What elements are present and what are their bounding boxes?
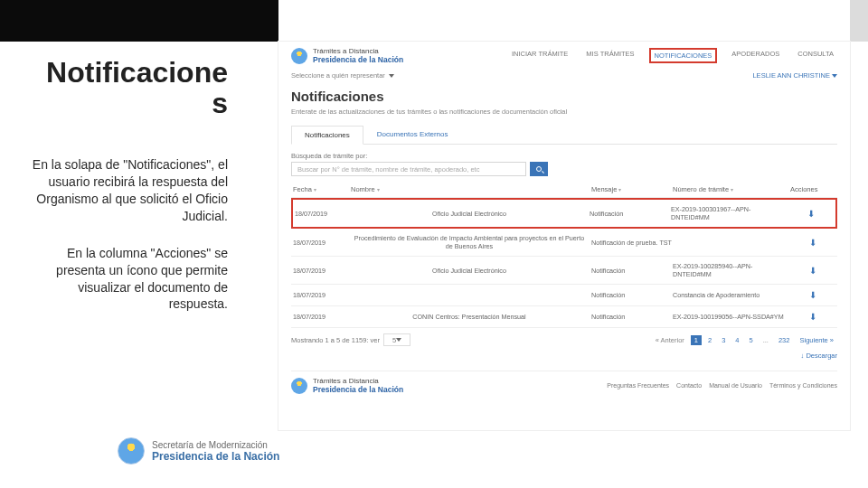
nav-mis-tramites[interactable]: MIS TRÁMITES [582, 48, 637, 63]
table-row: 18/07/2019 Procedimiento de Evaluación d… [291, 229, 837, 257]
col-mensaje[interactable]: Mensaje [591, 185, 617, 193]
slide-title: Notificacione s [31, 58, 228, 118]
pager-page[interactable]: 4 [731, 335, 742, 345]
slide-right-band [850, 0, 868, 42]
chevron-down-icon[interactable] [389, 74, 394, 78]
pager-page[interactable]: 2 [704, 335, 715, 345]
cell-mensaje: Notificación de prueba. TST [591, 239, 673, 247]
pagination: « Anterior 1 2 3 4 5 ... 232 Siguiente » [652, 335, 837, 345]
pager-next[interactable]: Siguiente » [796, 335, 837, 345]
table-row: 18/07/2019 Notificación Constancia de Ap… [291, 285, 837, 306]
table-row: 18/07/2019 Oficio Judicial Electrónico N… [291, 198, 837, 229]
footer-brand: Trámites a Distancia Presidencia de la N… [291, 377, 403, 394]
page-title: Notificaciones [291, 89, 837, 104]
tab-notificaciones[interactable]: Notificaciones [291, 126, 363, 145]
cell-nombre: Procedimiento de Evaluación de Impacto A… [347, 234, 591, 250]
col-nombre[interactable]: Nombre [351, 185, 375, 193]
chevron-down-icon [832, 74, 837, 78]
tab-documentos-externos[interactable]: Documentos Externos [363, 125, 462, 144]
representative-row: Seleccione a quién representar LESLIE AN… [291, 71, 837, 80]
footer-link-manual[interactable]: Manual de Usuario [709, 382, 762, 389]
nav-apoderados[interactable]: APODERADOS [728, 48, 783, 63]
search-label: Búsqueda de trámite por: [291, 152, 837, 160]
page-subtitle: Enterate de las actualizaciones de tus t… [291, 108, 837, 116]
secretaria-logo: Secretaría de Modernización Presidencia … [118, 437, 279, 465]
col-fecha[interactable]: Fecha [293, 185, 312, 193]
footer-brand-line2: Presidencia de la Nación [313, 385, 403, 394]
brand: Trámites a Distancia Presidencia de la N… [291, 47, 403, 64]
footer-brand-line1: Trámites a Distancia [313, 377, 403, 385]
user-menu[interactable]: LESLIE ANN CHRISTINE [752, 71, 837, 80]
footer-links: Preguntas Frecuentes Contacto Manual de … [607, 382, 837, 389]
col-numero[interactable]: Número de trámite [673, 185, 729, 193]
pager-prev[interactable]: « Anterior [652, 335, 688, 345]
cell-fecha: 18/07/2019 [293, 267, 347, 275]
nav-notificaciones[interactable]: NOTIFICACIONES [649, 48, 718, 63]
sort-icon: ▾ [314, 186, 316, 192]
footer-link-terminos[interactable]: Términos y Condiciones [769, 382, 837, 389]
brand-line2: Presidencia de la Nación [313, 55, 403, 64]
cell-fecha: 18/07/2019 [293, 239, 347, 247]
cell-mensaje: Notificación [590, 210, 671, 218]
cell-fecha: 18/07/2019 [295, 210, 349, 218]
search-input[interactable]: Buscar por N° de trámite, nombre de trám… [291, 162, 526, 176]
pager-page[interactable]: 1 [691, 335, 702, 345]
slide-title-1: Notificacione [46, 56, 228, 89]
national-crest-icon [291, 48, 307, 64]
download-all-link[interactable]: ↓ Descargar [291, 352, 837, 360]
download-icon[interactable]: ⬇ [788, 209, 834, 219]
cell-numero: EX-2019-100199056--APN-SSDA#YM [673, 313, 790, 321]
slide-paragraph-2: En la columna "Acciones" se presenta un … [31, 245, 228, 314]
screenshot-panel: Trámites a Distancia Presidencia de la N… [278, 42, 850, 430]
cell-nombre: Oficio Judicial Electrónico [347, 267, 591, 275]
footer-link-contacto[interactable]: Contacto [676, 382, 702, 389]
search-button[interactable] [530, 162, 548, 176]
search-placeholder: Buscar por N° de trámite, nombre de trám… [297, 165, 479, 174]
sort-icon: ▾ [377, 186, 380, 192]
table-row: 18/07/2019 Oficio Judicial Electrónico N… [291, 257, 837, 285]
nav-consulta[interactable]: CONSULTA [794, 48, 837, 63]
cell-fecha: 18/07/2019 [293, 291, 347, 299]
slide-dark-band [0, 0, 278, 42]
top-nav: INICIAR TRÁMITE MIS TRÁMITES NOTIFICACIO… [508, 48, 837, 63]
download-icon[interactable]: ⬇ [790, 238, 835, 248]
download-icon[interactable]: ⬇ [790, 312, 835, 322]
screenshot-footer: Trámites a Distancia Presidencia de la N… [291, 371, 837, 394]
chevron-down-icon [396, 338, 401, 342]
nav-iniciar-tramite[interactable]: INICIAR TRÁMITE [508, 48, 571, 63]
cell-numero: EX-2019-100301967--APN-DNTEID#MM [671, 205, 788, 221]
cell-numero: Constancia de Apoderamiento [673, 291, 790, 299]
pager-ellipsis: ... [760, 335, 772, 345]
pager-page[interactable]: 5 [746, 335, 757, 345]
cell-mensaje: Notificación [591, 291, 673, 299]
brand-line1: Trámites a Distancia [313, 47, 403, 55]
tabs: Notificaciones Documentos Externos [291, 125, 837, 145]
notifications-table: Fecha▾ Nombre▾ Mensaje▾ Número de trámit… [291, 182, 837, 328]
cell-mensaje: Notificación [591, 267, 673, 275]
table-row: 18/07/2019 CONIN Centros: Presentación M… [291, 306, 837, 328]
table-header: Fecha▾ Nombre▾ Mensaje▾ Número de trámit… [291, 182, 837, 198]
pager-page[interactable]: 232 [775, 335, 794, 345]
showing-label: Mostrando 1 a 5 de 1159: ver [291, 336, 380, 344]
pagination-row: Mostrando 1 a 5 de 1159: ver 5 « Anterio… [291, 333, 837, 346]
download-icon[interactable]: ⬇ [790, 266, 835, 276]
header-row: Trámites a Distancia Presidencia de la N… [291, 47, 837, 64]
represent-label: Seleccione a quién representar [291, 71, 385, 80]
national-crest-icon [118, 437, 145, 465]
national-crest-icon [291, 378, 307, 394]
cell-mensaje: Notificación [591, 313, 673, 321]
cell-fecha: 18/07/2019 [293, 313, 347, 321]
cell-nombre: Oficio Judicial Electrónico [349, 210, 590, 218]
slide-text-column: Notificacione s En la solapa de "Notific… [0, 42, 244, 313]
sort-icon: ▾ [731, 186, 733, 192]
page-size-select[interactable]: 5 [383, 333, 410, 346]
secretaria-line1: Secretaría de Modernización [152, 440, 279, 450]
download-icon[interactable]: ⬇ [790, 290, 835, 300]
slide-paragraph-1: En la solapa de "Notificaciones", el usu… [31, 156, 228, 225]
user-name: LESLIE ANN CHRISTINE [752, 71, 829, 80]
footer-link-preguntas[interactable]: Preguntas Frecuentes [607, 382, 669, 389]
secretaria-line2: Presidencia de la Nación [152, 450, 279, 463]
slide-title-2: s [31, 89, 228, 119]
cell-nombre: CONIN Centros: Presentación Mensual [347, 313, 591, 321]
pager-page[interactable]: 3 [718, 335, 729, 345]
